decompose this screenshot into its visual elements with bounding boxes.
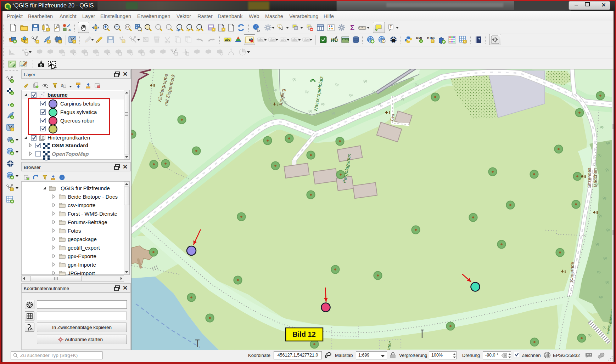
svg-text:*: *: [123, 40, 124, 43]
svg-text:HTML: HTML: [427, 36, 435, 40]
svg-text:abc: abc: [281, 38, 286, 41]
svg-text:O: O: [40, 64, 42, 67]
svg-text:abc: abc: [292, 38, 298, 41]
svg-text:*: *: [213, 28, 214, 32]
svg-text:*: *: [48, 40, 50, 44]
svg-text:*: *: [12, 128, 13, 131]
svg-text:,: ,: [7, 99, 9, 106]
svg-text:1:1: 1:1: [126, 26, 129, 28]
svg-text:*: *: [11, 188, 13, 191]
svg-text:ε: ε: [61, 83, 63, 88]
svg-text:*: *: [432, 40, 433, 43]
svg-text:*: *: [26, 40, 27, 44]
svg-text:?: ?: [478, 38, 480, 42]
svg-text:abc: abc: [270, 38, 275, 41]
svg-text:*: *: [464, 40, 466, 44]
svg-text:abc: abc: [258, 38, 264, 41]
svg-text:*: *: [47, 28, 49, 32]
svg-text:Mädchen: Mädchen: [593, 168, 598, 187]
svg-text:Kauernde: Kauernde: [569, 262, 575, 282]
svg-text:Σ: Σ: [350, 24, 354, 32]
svg-text:abc: abc: [225, 38, 230, 41]
svg-text:*: *: [223, 28, 224, 32]
svg-text:*: *: [37, 40, 38, 44]
svg-text:abc: abc: [304, 38, 309, 41]
svg-text:a: a: [68, 27, 71, 32]
svg-text:Bild 12: Bild 12: [292, 330, 316, 338]
svg-text:T: T: [390, 25, 392, 29]
svg-text:Q: Q: [382, 40, 385, 43]
svg-text:*: *: [74, 40, 75, 44]
svg-text:Sitzendes: Sitzendes: [587, 167, 592, 188]
svg-text:*: *: [60, 40, 61, 44]
